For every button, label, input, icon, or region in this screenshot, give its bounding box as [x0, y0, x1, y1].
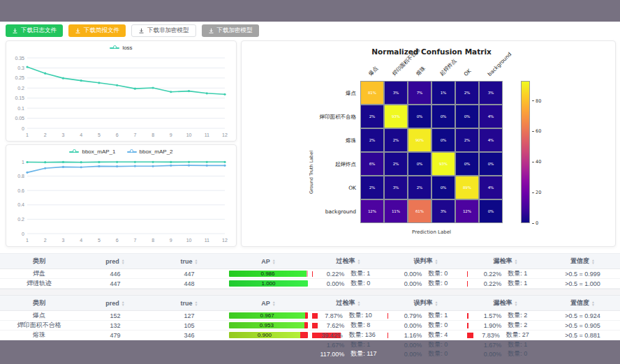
download-report-button[interactable]: 下载简报文件	[68, 24, 126, 37]
ap-value: 0.967	[260, 312, 274, 319]
col-header-pred[interactable]: pred▲▼	[78, 254, 152, 269]
col-header-误判率[interactable]: 误判率▲▼	[386, 254, 466, 269]
matrix-cell: 0%	[431, 105, 455, 128]
rate-count: 数量: 0	[428, 340, 448, 349]
legend-item-bbox_mAP_1[interactable]: bbox_mAP_1	[69, 149, 115, 155]
sort-arrows-icon[interactable]: ▲▼	[591, 301, 595, 306]
sort-arrows-icon[interactable]: ▲▼	[272, 301, 276, 306]
column-label-text: OK	[463, 68, 473, 77]
download-encrypted-model-button[interactable]: 下载加密模型	[202, 24, 259, 37]
sort-arrows-icon[interactable]: ▲▼	[515, 301, 518, 306]
rate-count: 数量: 1	[508, 279, 527, 288]
rate-count: 数量: 1	[508, 269, 527, 278]
sort-arrows-icon[interactable]: ▲▼	[121, 301, 125, 306]
row-label: 起焊炸点	[282, 161, 356, 168]
summary-metrics-table: 类别pred▲▼true▲▼AP▲▼过检率▲▼误判率▲▼漏检率▲▼置信度▲▼焊盘…	[0, 254, 620, 289]
sort-arrows-icon[interactable]: ▲▼	[591, 259, 595, 264]
col-header-AP[interactable]: AP▲▼	[226, 296, 311, 311]
col-header-label: 误判率	[414, 257, 433, 264]
cell-misjudge: 0.00%数量: 0	[386, 321, 466, 331]
svg-text:0.8: 0.8	[17, 174, 24, 179]
y-axis-label: Ground Truth Label	[309, 151, 314, 194]
sort-desc-icon: ▼	[515, 303, 518, 306]
col-header-漏检率[interactable]: 漏检率▲▼	[466, 254, 545, 269]
svg-text:0.2: 0.2	[17, 86, 24, 91]
rate-bar	[467, 281, 468, 287]
bbox-map-chart-card: bbox_mAP_1bbox_mAP_200.20.40.60.81123456…	[6, 144, 237, 247]
rate-cell: 1.90%数量: 2	[467, 322, 544, 329]
rate-count: 数量: 0	[428, 269, 448, 278]
sort-arrows-icon[interactable]: ▲▼	[272, 259, 276, 264]
sort-arrows-icon[interactable]: ▲▼	[195, 259, 198, 264]
rate-cell: 0.00%数量: 0	[388, 322, 464, 329]
chart-title: Normalized Confusion Matrix	[371, 47, 492, 56]
sort-arrows-icon[interactable]: ▲▼	[121, 259, 125, 264]
table-row: 焊缝轨迹4474481.0000.00%数量: 00.00%数量: 00.22%…	[0, 279, 620, 289]
cell-over-detection: 7.87%数量: 10	[311, 311, 386, 321]
ap-remainder-bar	[300, 332, 308, 338]
sort-desc-icon: ▼	[121, 261, 125, 264]
col-header-误判率[interactable]: 误判率▲▼	[386, 296, 466, 311]
legend-label: bbox_mAP_1	[82, 149, 115, 155]
column-label-text: 熔珠	[415, 65, 427, 77]
rate-bar	[312, 271, 313, 277]
matrix-cell: 6%	[360, 152, 384, 176]
matrix-cell: 2%	[384, 152, 408, 176]
matrix-cell: 4%	[479, 128, 503, 152]
sort-arrows-icon[interactable]: ▲▼	[195, 301, 198, 306]
rate-count: 数量: 117	[350, 349, 376, 358]
col-header-label: 类别	[33, 257, 45, 264]
table-head: 类别pred▲▼true▲▼AP▲▼过检率▲▼误判率▲▼漏检率▲▼置信度▲▼	[0, 296, 620, 311]
cell-confidence: >0.5 = 0.905	[545, 321, 620, 331]
ap-value: 0.986	[260, 271, 274, 277]
matrix-cell: 81%	[360, 81, 384, 105]
cell-true: 105	[152, 321, 226, 331]
svg-text:0.3: 0.3	[17, 66, 24, 70]
sort-arrows-icon[interactable]: ▲▼	[357, 259, 361, 264]
table-separator	[0, 289, 620, 296]
col-header-过检率[interactable]: 过检率▲▼	[311, 296, 386, 311]
legend-item-loss[interactable]: loss	[110, 45, 132, 51]
sort-arrows-icon[interactable]: ▲▼	[357, 301, 361, 306]
col-header-AP[interactable]: AP▲▼	[226, 254, 311, 269]
svg-text:11: 11	[205, 238, 209, 243]
cell-category: 焊盘	[0, 269, 78, 279]
col-header-过检率[interactable]: 过检率▲▼	[311, 254, 386, 269]
col-header-漏检率[interactable]: 漏检率▲▼	[466, 296, 545, 311]
svg-text:11: 11	[205, 132, 209, 137]
table-row: 熔珠4793460.90039.42%数量: 1361.16%数量: 47.83…	[0, 331, 620, 340]
rate-bar	[467, 333, 473, 338]
col-header-label: pred	[105, 300, 119, 307]
rate-percent: 117.00%	[320, 351, 344, 358]
svg-text:0.6: 0.6	[17, 188, 24, 193]
cell-ap: 1.000	[226, 279, 311, 289]
legend-item-bbox_mAP_2[interactable]: bbox_mAP_2	[127, 149, 173, 155]
sort-arrows-icon[interactable]: ▲▼	[435, 301, 438, 306]
cell-category: 焊缝轨迹	[0, 279, 78, 289]
svg-text:2: 2	[44, 132, 47, 137]
colorbar-tick: 40	[532, 159, 541, 165]
col-header-置信度[interactable]: 置信度▲▼	[545, 296, 620, 311]
download-log-button[interactable]: 下载日志文件	[6, 24, 63, 37]
download-unencrypted-model-button[interactable]: 下载非加密模型	[131, 24, 196, 37]
col-header-true[interactable]: true▲▼	[152, 254, 226, 269]
svg-text:1: 1	[26, 132, 29, 137]
matrix-cell: 93%	[431, 152, 455, 176]
rate-percent: 39.42%	[321, 332, 343, 339]
row-label: background	[282, 208, 356, 215]
sort-arrows-icon[interactable]: ▲▼	[435, 259, 438, 264]
cell-misjudge: 1.16%数量: 4	[386, 331, 466, 340]
svg-text:5: 5	[98, 238, 101, 243]
matrix-cell: 4%	[479, 105, 503, 128]
matrix-cell: 2%	[360, 176, 384, 199]
rate-bar	[388, 333, 388, 338]
svg-text:0: 0	[22, 232, 24, 236]
col-header-置信度[interactable]: 置信度▲▼	[545, 254, 620, 269]
rate-count: 数量: 1	[428, 311, 448, 320]
svg-text:8: 8	[152, 238, 154, 243]
col-header-pred[interactable]: pred▲▼	[78, 296, 152, 311]
sort-arrows-icon[interactable]: ▲▼	[515, 259, 518, 264]
col-header-label: 漏检率	[494, 257, 512, 264]
col-header-true[interactable]: true▲▼	[152, 296, 226, 311]
cell-pred: 446	[78, 269, 152, 279]
